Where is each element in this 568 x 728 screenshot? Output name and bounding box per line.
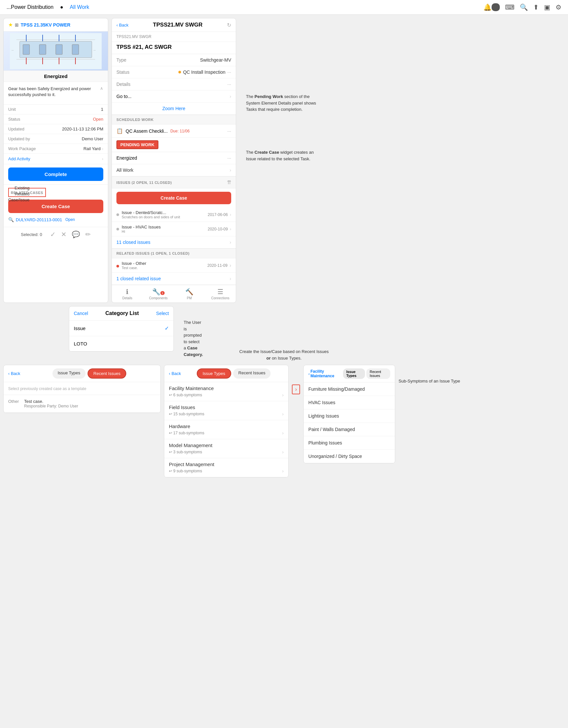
asset-title[interactable]: TPSS 21.35KV POWER bbox=[21, 22, 70, 28]
category-issue[interactable]: Issue ✓ bbox=[69, 321, 173, 336]
sub-item-hvac[interactable]: HVAC Issues bbox=[304, 396, 395, 409]
category-loto[interactable]: LOTO bbox=[69, 336, 173, 351]
project-sub-icon: ↩ 9 sub-symptoms bbox=[169, 469, 202, 473]
sub-tab-recent-label: Recent Issues bbox=[370, 370, 381, 378]
updated-by-label: Updated by bbox=[8, 136, 30, 141]
edit-icon[interactable]: ✏ bbox=[85, 230, 91, 238]
issue-types-panel-left: ‹ Back Issue Types Recent Issues Facilit… bbox=[164, 365, 289, 478]
closed-related-row[interactable]: 1 closed related issue › bbox=[112, 273, 236, 285]
details-icon: ℹ bbox=[126, 288, 128, 296]
updated-by-row: Updated by Demo User bbox=[4, 134, 108, 144]
expand-arrow[interactable]: › bbox=[292, 384, 300, 394]
top-bar: ...Power Distribution ● All Work 🔔2 ⌨ 🔍 … bbox=[0, 0, 568, 15]
related-case-status: Open bbox=[65, 217, 75, 222]
closed-issues-row[interactable]: 11 closed issues › bbox=[112, 236, 236, 248]
related-case-item[interactable]: 🔍 DULYARD-201113-0001 Open bbox=[8, 216, 103, 224]
issue-types-back-button[interactable]: ‹ Back bbox=[169, 371, 181, 376]
pending-work-badge[interactable]: PENDING WORK bbox=[116, 140, 158, 149]
all-work-chevron: › bbox=[229, 167, 231, 173]
sub-panel-back-button[interactable]: ‹ Facility Maintenance bbox=[308, 369, 342, 378]
category-issue-label: Issue bbox=[74, 325, 86, 331]
updated-row: Updated 2020-11-13 12:06 PM bbox=[4, 124, 108, 134]
work-package-text: Rail Yard bbox=[83, 146, 100, 151]
recent-item-1[interactable]: Other Test case. Responsible Party: Demo… bbox=[4, 395, 160, 413]
case-category-annotation: The User is prompted to select a Case Ca… bbox=[184, 319, 203, 358]
svg-rect-15 bbox=[72, 45, 79, 54]
recent-item-text: Test case. bbox=[24, 399, 78, 404]
energized-dots[interactable]: ··· bbox=[227, 155, 231, 161]
sub-tab-issue-types[interactable]: Issue Types bbox=[343, 368, 365, 379]
issue-type-hardware[interactable]: Hardware ↩ 17 sub-symptoms › bbox=[164, 420, 288, 439]
search-icon[interactable]: 🔍 bbox=[520, 3, 528, 11]
back-button[interactable]: ‹ Back bbox=[116, 23, 128, 28]
create-issue-annotation: Create the Issue/Case based on Recent Is… bbox=[238, 348, 330, 361]
select-button[interactable]: Select bbox=[156, 311, 169, 316]
tab-recent-issues[interactable]: Recent Issues bbox=[88, 368, 126, 379]
back-chevron-icon: ‹ bbox=[308, 371, 310, 376]
related-issue-item-1[interactable]: Issue - Other Test case. 2020-11-09 › bbox=[112, 258, 236, 273]
category-loto-label: LOTO bbox=[74, 341, 87, 346]
work-package-value[interactable]: Rail Yard › bbox=[83, 146, 103, 151]
svg-rect-14 bbox=[56, 45, 62, 54]
create-case-panel-button[interactable]: Create Case bbox=[116, 192, 231, 204]
issue-type-project-sub: ↩ 9 sub-symptoms › bbox=[169, 468, 284, 474]
tab-components[interactable]: 🔧1 Components bbox=[143, 285, 174, 303]
sub-item-paint[interactable]: Paint / Walls Damaged bbox=[304, 423, 395, 436]
related-case-id: DULYARD-201113-0001 bbox=[16, 217, 62, 222]
complete-button[interactable]: Complete bbox=[8, 167, 103, 181]
details-dots[interactable]: ··· bbox=[227, 82, 231, 87]
bottom-toolbar: Selected: 0 ✓ ✕ 💬 ✏ bbox=[4, 227, 108, 242]
tab-connections[interactable]: ☰ Connections bbox=[205, 285, 236, 303]
issue-type-field[interactable]: Field Issues ↩ 15 sub-symptoms › bbox=[164, 401, 288, 420]
collapse-icon[interactable]: ∧ bbox=[100, 86, 103, 91]
favorite-icon[interactable]: ★ bbox=[8, 22, 13, 28]
issue-item-2[interactable]: Issue - HVAC Issues Hi 2020-10-09 › bbox=[112, 222, 236, 236]
tab-details[interactable]: ℹ Details bbox=[112, 285, 143, 303]
category-title: Category List bbox=[105, 310, 139, 316]
work-package-label: Work Package bbox=[8, 146, 36, 151]
tab-recent-issues-2[interactable]: Recent Issues bbox=[233, 368, 270, 379]
cancel-button[interactable]: Cancel bbox=[74, 311, 88, 316]
settings-icon[interactable]: ⚙ bbox=[556, 3, 561, 11]
energized-item-row[interactable]: Energized ··· bbox=[112, 152, 236, 164]
issue-chevron-1: › bbox=[230, 212, 231, 217]
details-row[interactable]: Details ··· bbox=[112, 78, 236, 90]
recent-back-button[interactable]: ‹ Back bbox=[8, 371, 20, 376]
issue-type-model[interactable]: Model Management ↩ 3 sub-symptoms › bbox=[164, 439, 288, 458]
status-text: QC Install Inspection bbox=[183, 69, 225, 75]
tab-issue-types-active[interactable]: Issue Types bbox=[197, 368, 231, 379]
keyboard-icon[interactable]: ⌨ bbox=[505, 3, 515, 11]
top-bar-icons: 🔔2 ⌨ 🔍 ⬆ ▣ ⚙ bbox=[483, 3, 561, 11]
refresh-icon[interactable]: ↻ bbox=[227, 22, 231, 28]
sub-item-plumbing[interactable]: Plumbing Issues bbox=[304, 436, 395, 450]
comment-icon[interactable]: 💬 bbox=[72, 230, 80, 238]
work-item-dots[interactable]: ··· bbox=[227, 128, 231, 134]
status-label: Status bbox=[8, 117, 20, 122]
add-activity-row[interactable]: Add Activity › bbox=[4, 154, 108, 164]
bottom-tabs: ℹ Details 🔧1 Components 🔨 PM ☰ Connectio… bbox=[112, 285, 236, 303]
dots-menu[interactable]: ··· bbox=[227, 69, 231, 75]
view-icon[interactable]: ▣ bbox=[544, 3, 550, 11]
sub-item-furniture[interactable]: Furniture Missing/Damaged bbox=[304, 383, 395, 396]
notification-icon[interactable]: 🔔2 bbox=[483, 3, 500, 11]
go-to-row[interactable]: Go to... › bbox=[112, 90, 236, 103]
tab-pm[interactable]: 🔨 PM bbox=[174, 285, 205, 303]
sub-tab-recent[interactable]: Recent Issues bbox=[366, 368, 390, 379]
issue-type-project[interactable]: Project Management ↩ 9 sub-symptoms › bbox=[164, 458, 288, 477]
share-icon[interactable]: ⬆ bbox=[533, 3, 539, 11]
add-activity-label: Add Activity bbox=[8, 156, 30, 161]
tab-connections-label: Connections bbox=[211, 296, 229, 300]
close-icon[interactable]: ✕ bbox=[61, 230, 67, 238]
check-icon[interactable]: ✓ bbox=[50, 230, 56, 238]
issue-item-1[interactable]: Issue - Dented/Scratc... Scratches on do… bbox=[112, 207, 236, 222]
tab-issue-types[interactable]: Issue Types bbox=[52, 368, 86, 379]
pending-work-row: PENDING WORK bbox=[112, 138, 236, 152]
sub-item-unorganized[interactable]: Unorganized / Dirty Space bbox=[304, 450, 395, 463]
zoom-here-link[interactable]: Zoom Here bbox=[112, 103, 236, 115]
issue-type-facility[interactable]: Facility Maintenance ↩ 6 sub-symptoms › bbox=[164, 382, 288, 401]
sub-item-lighting[interactable]: Lighting Issues bbox=[304, 409, 395, 423]
go-to-label: Go to... bbox=[116, 94, 131, 99]
scheduled-work-item[interactable]: 📋 QC Assem Checkli... Due: 11/06 ··· bbox=[112, 125, 236, 138]
all-work-row[interactable]: All Work › bbox=[112, 164, 236, 176]
all-work-label[interactable]: All Work bbox=[70, 4, 89, 10]
